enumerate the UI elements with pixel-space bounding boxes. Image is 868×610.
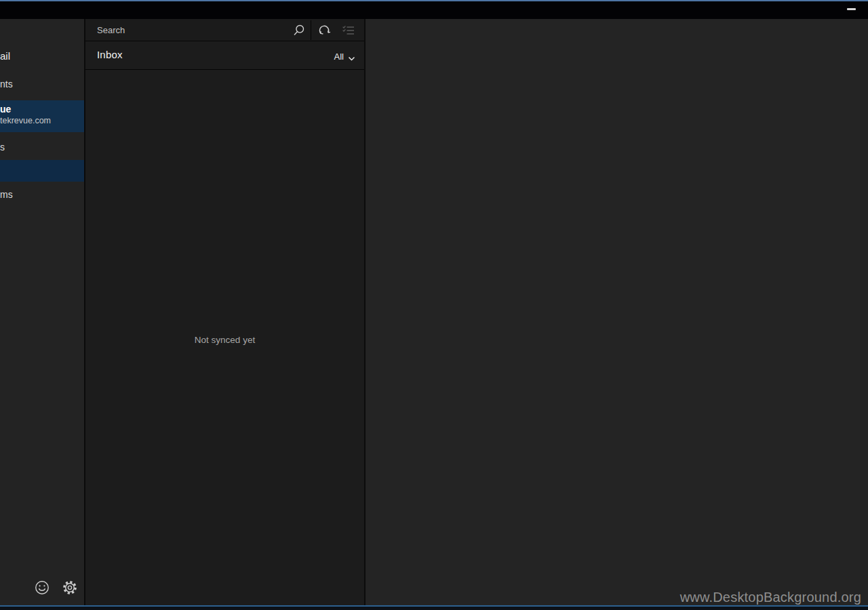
account-email: tekrevue.com [0, 116, 51, 125]
sidebar-heading-accounts: nts [0, 79, 13, 89]
folder-header: Inbox All [85, 41, 364, 70]
window-top-accent-line [0, 0, 868, 1]
search-input[interactable] [97, 19, 287, 41]
settings-gear-icon[interactable] [62, 580, 78, 596]
search-bar [85, 19, 364, 41]
sidebar-item-account[interactable]: ue tekrevue.com [0, 100, 84, 132]
sidebar-item-sent-items[interactable]: ms [0, 189, 13, 200]
sidebar-footer [0, 577, 84, 600]
window-bottom-accent-line [0, 605, 868, 610]
mail-sidebar: ail nts ue tekrevue.com s ms [0, 19, 84, 605]
selection-mode-icon[interactable] [340, 22, 357, 39]
sidebar-heading-folders: s [0, 142, 5, 152]
sidebar-item-inbox-selected[interactable] [0, 160, 84, 182]
feedback-smiley-icon[interactable] [34, 580, 50, 596]
titlebar [0, 0, 868, 19]
toolbar-separator [311, 20, 311, 40]
account-name: ue [0, 104, 11, 115]
empty-state-message: Not synced yet [85, 335, 364, 345]
minimize-icon [847, 8, 856, 10]
sync-icon[interactable] [316, 22, 332, 39]
sidebar-list-divider [84, 19, 85, 605]
minimize-button[interactable] [837, 0, 865, 19]
filter-dropdown[interactable]: All [334, 49, 355, 63]
search-icon[interactable] [291, 22, 307, 39]
reading-pane [366, 19, 868, 605]
watermark-text: www.DesktopBackground.org [680, 590, 861, 605]
filter-dropdown-label: All [334, 52, 344, 62]
chevron-down-icon [348, 53, 355, 60]
message-list-pane: Inbox All Not synced yet [85, 19, 364, 605]
list-reading-divider [364, 19, 366, 605]
folder-title: Inbox [97, 49, 123, 60]
sidebar-item-new-mail[interactable]: ail [0, 50, 10, 62]
